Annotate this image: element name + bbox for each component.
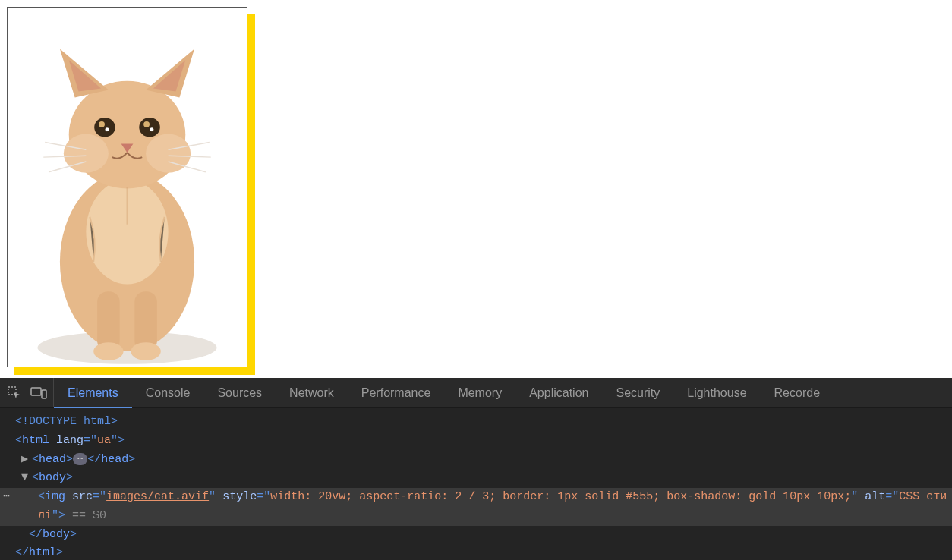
dom-img-selected[interactable]: ⋯<img src="images/cat.avif" style="width… [0,488,952,526]
svg-point-7 [131,342,160,360]
dom-body-close[interactable]: </body> [0,526,952,545]
svg-point-13 [99,121,105,127]
dom-html-close[interactable]: </html> [0,544,952,560]
svg-point-14 [143,121,150,127]
svg-point-11 [94,118,115,137]
tab-elements[interactable]: Elements [54,378,132,407]
svg-point-15 [105,127,109,131]
cat-image [7,7,247,367]
dom-html-open[interactable]: <html lang="ua"> [0,432,952,451]
svg-point-9 [64,134,109,173]
devtools-toolbar-icons [0,378,54,407]
tab-performance[interactable]: Performance [348,378,445,407]
tab-network[interactable]: Network [276,378,348,407]
elements-dom-tree[interactable]: <!DOCTYPE html> <html lang="ua"> ▶<head>… [0,408,952,560]
tab-lighthouse[interactable]: Lighthouse [673,378,760,407]
svg-point-12 [139,118,160,137]
inspect-icon[interactable] [6,385,23,401]
cat-illustration [8,8,247,367]
svg-rect-25 [42,390,46,398]
tab-security[interactable]: Security [602,378,673,407]
tab-sources[interactable]: Sources [203,378,276,407]
actions-ellipsis-icon[interactable]: ⋯ [3,488,10,507]
ellipsis-icon[interactable]: ⋯ [73,453,87,465]
page-viewport [0,0,952,378]
svg-point-16 [150,127,154,131]
devtools-tabbar: Elements Console Sources Network Perform… [0,378,952,408]
tab-application[interactable]: Application [515,378,602,407]
dom-doctype[interactable]: <!DOCTYPE html> [0,413,952,432]
tab-memory[interactable]: Memory [444,378,515,407]
svg-rect-24 [31,388,41,395]
expand-icon[interactable]: ▶ [21,451,32,470]
device-toolbar-icon[interactable] [30,385,47,401]
dom-head[interactable]: ▶<head>⋯</head> [0,451,952,470]
dom-body-open[interactable]: ▼<body> [0,469,952,488]
collapse-icon[interactable]: ▼ [21,469,32,488]
devtools-tabs: Elements Console Sources Network Perform… [54,378,834,407]
svg-point-6 [93,342,123,360]
devtools-panel: Elements Console Sources Network Perform… [0,378,952,560]
svg-point-10 [146,134,191,173]
tab-recorder[interactable]: Recorde [761,378,834,407]
tab-console[interactable]: Console [132,378,204,407]
